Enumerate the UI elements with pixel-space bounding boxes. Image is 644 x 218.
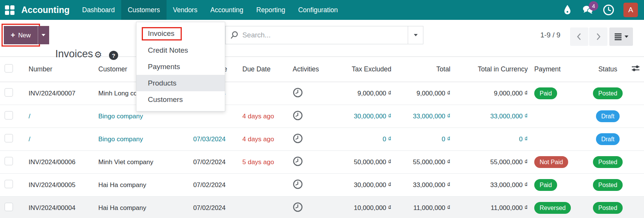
- optional-columns-icon[interactable]: [627, 57, 644, 82]
- row-checkbox[interactable]: [0, 82, 23, 105]
- nav-item-customers[interactable]: Customers: [121, 0, 167, 20]
- droplet-icon[interactable]: [562, 4, 573, 16]
- messages-icon[interactable]: 4: [582, 4, 594, 16]
- activities-cell: [290, 128, 332, 151]
- search-input[interactable]: [242, 26, 408, 44]
- menu-item-customers[interactable]: Customers: [136, 91, 225, 108]
- control-bar: + New Invoices ⚙ ? 1-9 / 9: [0, 20, 644, 52]
- nav-item-reporting[interactable]: Reporting: [250, 0, 292, 20]
- total-in-currency-amount: 0 ₫: [453, 128, 531, 151]
- sliders-icon[interactable]: [631, 64, 641, 73]
- payment-status-cell: [531, 105, 589, 128]
- top-navbar: Accounting DashboardCustomersVendorsAcco…: [0, 0, 644, 20]
- row-checkbox[interactable]: [0, 174, 23, 197]
- total-amount: 0 ₫: [394, 128, 453, 151]
- checkbox[interactable]: [5, 157, 13, 165]
- due-date: 5 days ago: [229, 151, 290, 174]
- invoice-row[interactable]: INV/2024/00004Hai Ha company07/02/202410…: [0, 197, 644, 218]
- menu-item-invoices[interactable]: Invoices: [136, 26, 225, 42]
- nav-item-vendors[interactable]: Vendors: [167, 0, 204, 20]
- status-cell: Draft: [589, 128, 627, 151]
- payment-status-badge: Not Paid: [534, 156, 568, 168]
- payment-status-cell: [531, 128, 589, 151]
- view-switcher-button[interactable]: [609, 27, 633, 46]
- row-end-cell: [627, 82, 644, 105]
- pager-next-button[interactable]: [589, 27, 607, 46]
- total-in-currency-amount: 9,000,000 ₫: [453, 82, 531, 105]
- total-amount: 33,000,000 ₫: [394, 105, 453, 128]
- row-checkbox[interactable]: [0, 105, 23, 128]
- activity-clock-icon[interactable]: [293, 87, 303, 98]
- user-avatar[interactable]: A: [623, 3, 638, 17]
- nav-item-dashboard[interactable]: Dashboard: [76, 0, 122, 20]
- tax-excluded-amount: 10,000,000 ₫: [332, 197, 394, 218]
- customer-name: Hai Ha company: [97, 174, 177, 197]
- status-badge: Draft: [596, 110, 620, 122]
- column-header-payment[interactable]: Payment: [531, 57, 589, 82]
- invoice-date: 07/02/2024: [177, 151, 229, 174]
- activity-clock-icon[interactable]: [293, 179, 303, 189]
- checkbox[interactable]: [5, 180, 13, 188]
- invoice-date: 07/02/2024: [177, 197, 229, 218]
- column-header-tax-excluded[interactable]: Tax Excluded: [332, 57, 394, 82]
- total-in-currency-amount: 55,000,000 ₫: [453, 151, 531, 174]
- tax-excluded-amount: 0 ₫: [332, 128, 394, 151]
- nav-item-accounting[interactable]: Accounting: [204, 0, 250, 20]
- invoice-row[interactable]: INV/2024/00005Hai Ha company07/02/202430…: [0, 174, 644, 197]
- help-icon[interactable]: ?: [109, 51, 118, 60]
- menu-item-credit-notes[interactable]: Credit Notes: [136, 42, 225, 58]
- column-header-status[interactable]: Status: [589, 57, 627, 82]
- apps-grid-icon[interactable]: [0, 0, 19, 20]
- status-cell: Posted: [589, 174, 627, 197]
- status-badge: Posted: [593, 202, 623, 214]
- select-all-checkbox[interactable]: [0, 57, 23, 82]
- activity-clock-icon[interactable]: [293, 133, 303, 144]
- column-header-total[interactable]: Total: [394, 57, 453, 82]
- invoice-row[interactable]: /Bingo company07/03/20244 days ago0 ₫0 ₫…: [0, 128, 644, 151]
- checkbox[interactable]: [5, 88, 13, 97]
- tax-excluded-amount: 50,000,000 ₫: [332, 151, 394, 174]
- checkbox[interactable]: [5, 203, 13, 211]
- new-button[interactable]: + New: [4, 26, 38, 44]
- invoice-row[interactable]: INV/2024/00006Minh Viet company07/02/202…: [0, 151, 644, 174]
- status-cell: Posted: [589, 82, 627, 105]
- menu-item-payments[interactable]: Payments: [136, 58, 225, 75]
- invoice-date: 07/02/2024: [177, 174, 229, 197]
- activity-clock-icon[interactable]: [293, 156, 303, 166]
- invoice-list: NumberCustomerInvoice DateDue DateActivi…: [0, 57, 644, 218]
- due-date: 4 days ago: [229, 105, 290, 128]
- nav-item-configuration[interactable]: Configuration: [292, 0, 344, 20]
- invoice-row[interactable]: INV/2024/00007Minh Long company07/03/202…: [0, 82, 644, 105]
- row-checkbox[interactable]: [0, 128, 23, 151]
- status-cell: Draft: [589, 105, 627, 128]
- total-in-currency-amount: 33,000,000 ₫: [453, 105, 531, 128]
- navbar-menu: DashboardCustomersVendorsAccountingRepor…: [76, 0, 344, 20]
- customers-dropdown-menu: InvoicesCredit NotesPaymentsProductsCust…: [136, 22, 225, 111]
- new-button-dropdown-toggle[interactable]: [38, 26, 49, 44]
- activity-clock-icon[interactable]: [603, 4, 614, 16]
- activity-clock-icon[interactable]: [293, 110, 303, 121]
- checkbox[interactable]: [5, 134, 13, 142]
- tax-excluded-amount: 30,000,000 ₫: [332, 105, 394, 128]
- total-in-currency-amount: 11,000,000 ₫: [453, 197, 531, 218]
- checkbox[interactable]: [5, 111, 13, 119]
- activity-clock-icon[interactable]: [293, 202, 303, 212]
- row-end-cell: [627, 174, 644, 197]
- column-header-activities[interactable]: Activities: [290, 57, 332, 82]
- checkbox[interactable]: [5, 64, 13, 73]
- customer-name: Minh Viet company: [97, 151, 177, 174]
- column-header-due-date[interactable]: Due Date: [229, 57, 290, 82]
- invoice-number: /: [23, 128, 97, 151]
- row-checkbox[interactable]: [0, 197, 23, 218]
- gear-icon[interactable]: ⚙: [94, 50, 102, 59]
- menu-item-products[interactable]: Products: [136, 75, 225, 91]
- column-header-total-in-currency[interactable]: Total in Currency: [453, 57, 531, 82]
- search-box: [225, 26, 423, 44]
- total-amount: 55,000,000 ₫: [394, 151, 453, 174]
- invoice-row[interactable]: /Bingo company4 days ago30,000,000 ₫33,0…: [0, 105, 644, 128]
- row-checkbox[interactable]: [0, 151, 23, 174]
- pager-previous-button[interactable]: [570, 27, 588, 46]
- payment-status-cell: Not Paid: [531, 151, 589, 174]
- column-header-number[interactable]: Number: [23, 57, 97, 82]
- search-filters-toggle[interactable]: [408, 26, 423, 44]
